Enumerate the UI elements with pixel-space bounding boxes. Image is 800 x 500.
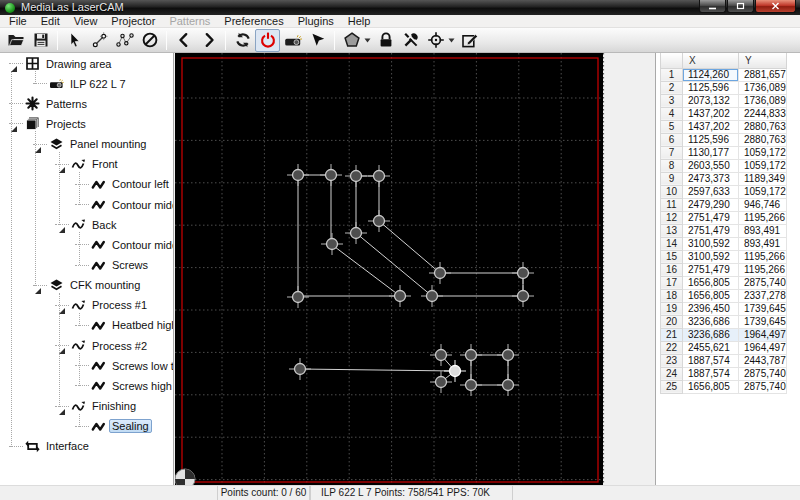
dropdown-arrow-icon[interactable] bbox=[364, 38, 371, 43]
cell-y[interactable]: 2875,740 bbox=[739, 367, 787, 380]
tree-item-front[interactable]: Front bbox=[0, 156, 174, 173]
row-number[interactable]: 23 bbox=[661, 354, 683, 367]
toolbar-lock-button[interactable] bbox=[373, 29, 398, 52]
cell-y[interactable]: 2880,763 bbox=[739, 120, 787, 133]
menu-item-help[interactable]: Help bbox=[341, 15, 378, 28]
menu-item-projector[interactable]: Projector bbox=[104, 15, 162, 28]
expander-icon[interactable] bbox=[57, 301, 66, 310]
cell-y[interactable]: 2875,740 bbox=[739, 380, 787, 393]
toolbar-disable-button[interactable] bbox=[137, 29, 162, 52]
cell-x[interactable]: 1124,260 bbox=[683, 68, 739, 81]
cell-x[interactable]: 2473,373 bbox=[683, 172, 739, 185]
maximize-button[interactable] bbox=[727, 0, 754, 13]
cell-x[interactable]: 1656,805 bbox=[683, 380, 739, 393]
tree-item-cfk-mounting[interactable]: CFK mounting bbox=[0, 277, 174, 294]
toolbar-select-button[interactable] bbox=[62, 29, 87, 52]
tree-item-sealing[interactable]: Sealing bbox=[0, 418, 174, 435]
cell-y[interactable]: 1189,349 bbox=[739, 172, 787, 185]
row-number[interactable]: 17 bbox=[661, 276, 683, 289]
cell-y[interactable]: 1736,089 bbox=[739, 81, 787, 94]
toolbar-refresh-button[interactable] bbox=[230, 29, 255, 52]
cell-x[interactable]: 1656,805 bbox=[683, 289, 739, 302]
toolbar-point-edit-button[interactable] bbox=[112, 29, 137, 52]
row-number[interactable]: 4 bbox=[661, 107, 683, 120]
tree-item-finishing[interactable]: Finishing bbox=[0, 398, 174, 415]
toolbar-previous-button[interactable] bbox=[171, 29, 196, 52]
cell-y[interactable]: 1195,266 bbox=[739, 211, 787, 224]
cell-y[interactable]: 1964,497 bbox=[739, 328, 787, 341]
cell-x[interactable]: 2751,479 bbox=[683, 211, 739, 224]
row-number[interactable]: 15 bbox=[661, 250, 683, 263]
toolbar-next-button[interactable] bbox=[196, 29, 221, 52]
tree-item-contour-middle[interactable]: Contour middle bbox=[0, 196, 174, 213]
menu-item-file[interactable]: File bbox=[2, 15, 34, 28]
tree-item-ilp-622-l-7[interactable]: ILP 622 L 7 bbox=[0, 75, 174, 92]
cell-y[interactable]: 2880,763 bbox=[739, 133, 787, 146]
cell-y[interactable]: 1059,172 bbox=[739, 146, 787, 159]
cell-y[interactable]: 893,491 bbox=[739, 224, 787, 237]
cell-x[interactable]: 1125,596 bbox=[683, 133, 739, 146]
dropdown-arrow-icon[interactable] bbox=[448, 38, 455, 43]
tree-item-panel-mounting[interactable]: Panel mounting bbox=[0, 136, 174, 153]
cell-y[interactable]: 1736,089 bbox=[739, 94, 787, 107]
cell-y[interactable]: 2443,787 bbox=[739, 354, 787, 367]
tree-item-drawing-area[interactable]: Drawing area bbox=[0, 55, 174, 72]
row-number[interactable]: 7 bbox=[661, 146, 683, 159]
tree-item-back[interactable]: Back bbox=[0, 216, 174, 233]
cell-y[interactable]: 2881,657 bbox=[739, 68, 787, 81]
cell-y[interactable]: 2337,278 bbox=[739, 289, 787, 302]
menu-item-plugins[interactable]: Plugins bbox=[291, 15, 341, 28]
cell-y[interactable]: 1964,497 bbox=[739, 341, 787, 354]
tree-item-process-1[interactable]: Process #1 bbox=[0, 297, 174, 314]
toolbar-laser-power-button[interactable] bbox=[255, 29, 280, 52]
row-number[interactable]: 24 bbox=[661, 367, 683, 380]
cell-x[interactable]: 2455,621 bbox=[683, 341, 739, 354]
cell-y[interactable]: 2875,740 bbox=[739, 276, 787, 289]
tree-item-screws[interactable]: Screws bbox=[0, 257, 174, 274]
cell-x[interactable]: 1437,202 bbox=[683, 120, 739, 133]
row-number[interactable]: 14 bbox=[661, 237, 683, 250]
toolbar-save-button[interactable] bbox=[28, 29, 53, 52]
expander-icon[interactable] bbox=[33, 140, 42, 149]
cell-x[interactable]: 1656,805 bbox=[683, 276, 739, 289]
row-number[interactable]: 16 bbox=[661, 263, 683, 276]
cell-x[interactable]: 1125,596 bbox=[683, 81, 739, 94]
row-number[interactable]: 11 bbox=[661, 198, 683, 211]
row-number[interactable]: 19 bbox=[661, 302, 683, 315]
expander-icon[interactable] bbox=[9, 119, 18, 128]
cell-y[interactable]: 1195,266 bbox=[739, 263, 787, 276]
tree-item-screws-low-torque[interactable]: Screws low torque bbox=[0, 357, 174, 374]
minimize-button[interactable] bbox=[699, 0, 726, 13]
menu-item-edit[interactable]: Edit bbox=[34, 15, 67, 28]
tree-item-process-2[interactable]: Process #2 bbox=[0, 337, 174, 354]
cell-x[interactable]: 1437,202 bbox=[683, 107, 739, 120]
row-number[interactable]: 6 bbox=[661, 133, 683, 146]
row-number[interactable]: 1 bbox=[661, 68, 683, 81]
row-number[interactable]: 20 bbox=[661, 315, 683, 328]
cell-x[interactable]: 3236,686 bbox=[683, 328, 739, 341]
tree-item-contour-middle[interactable]: Contour middle bbox=[0, 236, 174, 253]
tree-item-patterns[interactable]: Patterns bbox=[0, 95, 174, 112]
toolbar-tools-button[interactable] bbox=[398, 29, 423, 52]
tree-item-projects[interactable]: Projects bbox=[0, 115, 174, 132]
cell-y[interactable]: 2244,833 bbox=[739, 107, 787, 120]
expander-icon[interactable] bbox=[9, 59, 18, 68]
cell-y[interactable]: 1195,266 bbox=[739, 250, 787, 263]
cell-y[interactable]: 1059,172 bbox=[739, 185, 787, 198]
expander-icon[interactable] bbox=[57, 341, 66, 350]
row-number[interactable]: 21 bbox=[661, 328, 683, 341]
tree-item-contour-left[interactable]: Contour left bbox=[0, 176, 174, 193]
cell-x[interactable]: 2603,550 bbox=[683, 159, 739, 172]
column-header-y[interactable]: Y bbox=[739, 53, 787, 68]
cell-x[interactable]: 3100,592 bbox=[683, 250, 739, 263]
expander-icon[interactable] bbox=[33, 281, 42, 290]
row-number[interactable]: 3 bbox=[661, 94, 683, 107]
cell-y[interactable]: 1739,645 bbox=[739, 315, 787, 328]
toolbar-projector-output-button[interactable] bbox=[280, 29, 305, 52]
row-number[interactable]: 25 bbox=[661, 380, 683, 393]
cell-x[interactable]: 1130,177 bbox=[683, 146, 739, 159]
cell-y[interactable]: 893,491 bbox=[739, 237, 787, 250]
toolbar-pointer-button[interactable] bbox=[305, 29, 330, 52]
row-number[interactable]: 18 bbox=[661, 289, 683, 302]
cell-x[interactable]: 2597,633 bbox=[683, 185, 739, 198]
